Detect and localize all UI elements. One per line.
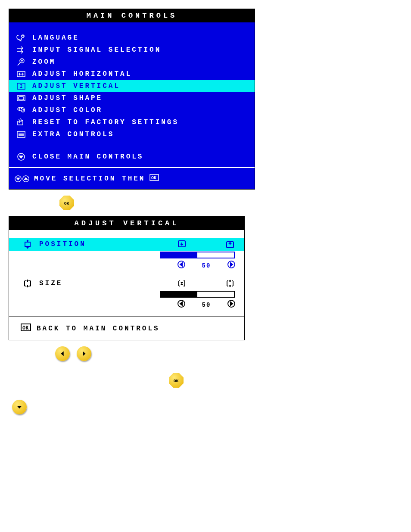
adjust-vertical-panel: ADJUST VERTICAL POSITION 50: [9, 216, 245, 340]
size-slider[interactable]: [160, 291, 235, 298]
svg-text:OK: OK: [151, 176, 156, 180]
size-value: 50: [186, 302, 227, 308]
position-row[interactable]: POSITION: [9, 238, 244, 251]
menu-label: ADJUST COLOR: [28, 106, 103, 114]
menu-item-close[interactable]: CLOSE MAIN CONTROLS: [9, 151, 255, 163]
adjust-body: POSITION 50: [9, 230, 244, 340]
svg-text:OK: OK: [64, 201, 69, 206]
footer-label: MOVE SELECTION THEN: [30, 175, 145, 183]
ok-icon: OK: [149, 174, 159, 183]
up-down-icons: [14, 175, 30, 183]
menu-item-zoom[interactable]: ZOOM: [9, 56, 255, 68]
svg-text:OK: OK: [22, 325, 29, 331]
adjust-horizontal-icon: [14, 70, 28, 78]
main-controls-panel: MAIN CONTROLS ? LANGUAGE INPUT SIGNAL SE…: [9, 9, 255, 190]
svg-text:?: ?: [22, 34, 24, 38]
svg-rect-16: [25, 242, 30, 246]
position-down-edge-icon: [177, 240, 187, 249]
size-grow-icon: [225, 279, 235, 288]
menu-item-adjust-color[interactable]: ADJUST COLOR: [9, 104, 255, 116]
menu-label: INPUT SIGNAL SELECTION: [28, 46, 161, 54]
main-footer: MOVE SELECTION THEN OK: [9, 167, 255, 189]
menu-label: ADJUST SHAPE: [28, 94, 103, 102]
menu-item-adjust-shape[interactable]: ADJUST SHAPE: [9, 92, 255, 104]
main-controls-body: ? LANGUAGE INPUT SIGNAL SELECTION ZOOM: [9, 22, 255, 189]
svg-text:OK: OK: [174, 379, 179, 383]
extra-controls-icon: [14, 130, 28, 139]
language-icon: ?: [14, 34, 28, 42]
left-button[interactable]: [55, 346, 70, 361]
size-icon: [20, 279, 35, 288]
menu-label: CLOSE MAIN CONTROLS: [28, 153, 143, 161]
down-button[interactable]: [12, 400, 27, 414]
position-label: POSITION: [35, 240, 177, 248]
ok-box-icon: OK: [20, 323, 31, 334]
position-icon: [20, 240, 35, 249]
size-row[interactable]: SIZE: [9, 277, 244, 290]
position-decrease-icon[interactable]: [177, 260, 186, 271]
menu-label: EXTRA CONTROLS: [28, 131, 114, 138]
adjust-shape-icon: [14, 94, 28, 103]
size-shrink-icon: [177, 279, 187, 288]
menu-label: LANGUAGE: [28, 34, 79, 42]
ok-button-2[interactable]: OK: [169, 373, 184, 388]
menu-item-extra-controls[interactable]: EXTRA CONTROLS: [9, 128, 255, 140]
main-controls-title: MAIN CONTROLS: [9, 9, 255, 22]
menu-item-reset-factory[interactable]: RESET TO FACTORY SETTINGS: [9, 116, 255, 128]
factory-icon: [14, 118, 28, 127]
back-row[interactable]: OK BACK TO MAIN CONTROLS: [9, 316, 244, 340]
menu-label: RESET TO FACTORY SETTINGS: [28, 118, 179, 126]
position-value: 50: [186, 262, 227, 269]
menu-item-input-signal[interactable]: INPUT SIGNAL SELECTION: [9, 44, 255, 56]
menu-item-adjust-horizontal[interactable]: ADJUST HORIZONTAL: [9, 68, 255, 80]
size-decrease-icon[interactable]: [177, 299, 186, 310]
position-increase-icon[interactable]: [227, 260, 236, 271]
adjust-vertical-icon: [14, 82, 28, 90]
zoom-icon: [14, 58, 28, 66]
position-up-edge-icon: [225, 240, 235, 249]
menu-item-language[interactable]: ? LANGUAGE: [9, 32, 255, 44]
size-label: SIZE: [35, 280, 177, 287]
menu-label: ADJUST VERTICAL: [28, 82, 120, 90]
menu-label: ZOOM: [28, 58, 56, 66]
menu-label: ADJUST HORIZONTAL: [28, 70, 132, 78]
close-down-icon: [14, 152, 28, 161]
svg-point-8: [23, 109, 24, 110]
svg-point-6: [19, 109, 20, 109]
position-slider[interactable]: [160, 252, 235, 258]
menu-item-adjust-vertical[interactable]: ADJUST VERTICAL: [9, 80, 255, 92]
adjust-color-icon: [14, 106, 28, 115]
ok-button[interactable]: OK: [59, 196, 74, 210]
input-signal-icon: [14, 46, 28, 54]
svg-point-7: [21, 108, 22, 109]
right-button[interactable]: [77, 346, 91, 361]
adjust-vertical-title: ADJUST VERTICAL: [9, 217, 244, 230]
size-increase-icon[interactable]: [227, 299, 236, 310]
back-label: BACK TO MAIN CONTROLS: [31, 325, 160, 333]
